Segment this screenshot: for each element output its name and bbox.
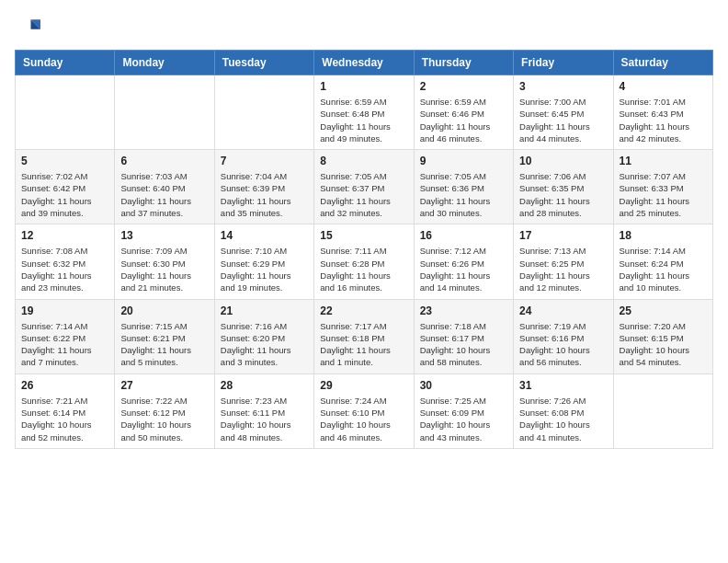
day-cell-27: 27Sunrise: 7:22 AM Sunset: 6:12 PM Dayli…	[115, 373, 214, 448]
week-row-1: 1Sunrise: 6:59 AM Sunset: 6:48 PM Daylig…	[16, 75, 713, 150]
day-cell-18: 18Sunrise: 7:14 AM Sunset: 6:24 PM Dayli…	[613, 224, 712, 299]
empty-cell	[613, 373, 712, 448]
weekday-header-sunday: Sunday	[16, 51, 115, 75]
day-info: Sunrise: 7:04 AM Sunset: 6:39 PM Dayligh…	[221, 170, 308, 219]
day-cell-23: 23Sunrise: 7:18 AM Sunset: 6:17 PM Dayli…	[414, 299, 513, 373]
day-number: 11	[620, 155, 707, 167]
day-number: 10	[519, 155, 607, 167]
page-header	[15, 15, 713, 40]
day-info: Sunrise: 7:05 AM Sunset: 6:37 PM Dayligh…	[320, 170, 407, 219]
day-info: Sunrise: 7:06 AM Sunset: 6:35 PM Dayligh…	[519, 170, 607, 219]
day-number: 29	[320, 379, 407, 392]
day-info: Sunrise: 7:26 AM Sunset: 6:08 PM Dayligh…	[519, 395, 607, 443]
week-row-5: 26Sunrise: 7:21 AM Sunset: 6:14 PM Dayli…	[16, 373, 713, 448]
weekday-header-saturday: Saturday	[613, 51, 712, 75]
day-cell-9: 9Sunrise: 7:05 AM Sunset: 6:36 PM Daylig…	[414, 150, 513, 224]
weekday-header-tuesday: Tuesday	[214, 51, 313, 75]
day-number: 6	[120, 155, 208, 167]
day-cell-28: 28Sunrise: 7:23 AM Sunset: 6:11 PM Dayli…	[214, 373, 313, 448]
day-cell-29: 29Sunrise: 7:24 AM Sunset: 6:10 PM Dayli…	[314, 373, 414, 448]
day-info: Sunrise: 7:03 AM Sunset: 6:40 PM Dayligh…	[120, 170, 208, 219]
week-row-4: 19Sunrise: 7:14 AM Sunset: 6:22 PM Dayli…	[16, 299, 713, 373]
day-number: 4	[620, 80, 707, 93]
day-number: 27	[120, 379, 208, 392]
day-cell-24: 24Sunrise: 7:19 AM Sunset: 6:16 PM Dayli…	[514, 299, 613, 373]
day-info: Sunrise: 7:22 AM Sunset: 6:12 PM Dayligh…	[120, 395, 208, 443]
day-cell-21: 21Sunrise: 7:16 AM Sunset: 6:20 PM Dayli…	[214, 299, 313, 373]
day-info: Sunrise: 7:10 AM Sunset: 6:29 PM Dayligh…	[221, 245, 308, 293]
day-cell-8: 8Sunrise: 7:05 AM Sunset: 6:37 PM Daylig…	[314, 150, 414, 224]
day-number: 20	[120, 304, 208, 317]
day-number: 9	[420, 155, 507, 167]
day-cell-6: 6Sunrise: 7:03 AM Sunset: 6:40 PM Daylig…	[115, 150, 214, 224]
empty-cell	[115, 75, 214, 150]
day-info: Sunrise: 7:14 AM Sunset: 6:24 PM Dayligh…	[620, 245, 707, 293]
day-number: 18	[620, 229, 707, 242]
day-info: Sunrise: 7:05 AM Sunset: 6:36 PM Dayligh…	[420, 170, 507, 219]
day-number: 1	[320, 80, 407, 93]
day-number: 22	[320, 304, 407, 317]
day-number: 25	[620, 304, 707, 317]
day-info: Sunrise: 7:21 AM Sunset: 6:14 PM Dayligh…	[21, 395, 108, 443]
day-number: 31	[519, 379, 607, 392]
day-number: 12	[21, 229, 108, 242]
logo-icon	[15, 15, 40, 40]
day-cell-17: 17Sunrise: 7:13 AM Sunset: 6:25 PM Dayli…	[514, 224, 613, 299]
day-info: Sunrise: 7:00 AM Sunset: 6:45 PM Dayligh…	[519, 96, 607, 144]
day-cell-19: 19Sunrise: 7:14 AM Sunset: 6:22 PM Dayli…	[16, 299, 115, 373]
day-number: 28	[221, 379, 308, 392]
day-number: 13	[120, 229, 208, 242]
day-info: Sunrise: 7:12 AM Sunset: 6:26 PM Dayligh…	[420, 245, 507, 293]
day-info: Sunrise: 7:08 AM Sunset: 6:32 PM Dayligh…	[21, 245, 108, 293]
day-info: Sunrise: 7:09 AM Sunset: 6:30 PM Dayligh…	[120, 245, 208, 293]
day-cell-15: 15Sunrise: 7:11 AM Sunset: 6:28 PM Dayli…	[314, 224, 414, 299]
day-number: 26	[21, 379, 108, 392]
day-number: 8	[320, 155, 407, 167]
empty-cell	[214, 75, 313, 150]
weekday-header-friday: Friday	[514, 51, 613, 75]
day-info: Sunrise: 7:01 AM Sunset: 6:43 PM Dayligh…	[620, 96, 707, 144]
day-number: 16	[420, 229, 507, 242]
day-number: 21	[221, 304, 308, 317]
day-cell-14: 14Sunrise: 7:10 AM Sunset: 6:29 PM Dayli…	[214, 224, 313, 299]
day-info: Sunrise: 7:20 AM Sunset: 6:15 PM Dayligh…	[620, 320, 707, 369]
day-number: 17	[519, 229, 607, 242]
weekday-header-wednesday: Wednesday	[314, 51, 414, 75]
day-number: 23	[420, 304, 507, 317]
day-number: 2	[420, 80, 507, 93]
day-number: 19	[21, 304, 108, 317]
day-info: Sunrise: 6:59 AM Sunset: 6:46 PM Dayligh…	[420, 96, 507, 144]
day-info: Sunrise: 6:59 AM Sunset: 6:48 PM Dayligh…	[320, 96, 407, 144]
week-row-3: 12Sunrise: 7:08 AM Sunset: 6:32 PM Dayli…	[16, 224, 713, 299]
day-number: 5	[21, 155, 108, 167]
weekday-header-monday: Monday	[115, 51, 214, 75]
day-number: 3	[519, 80, 607, 93]
day-number: 24	[519, 304, 607, 317]
day-info: Sunrise: 7:16 AM Sunset: 6:20 PM Dayligh…	[221, 320, 308, 369]
day-number: 15	[320, 229, 407, 242]
day-cell-26: 26Sunrise: 7:21 AM Sunset: 6:14 PM Dayli…	[16, 373, 115, 448]
day-info: Sunrise: 7:19 AM Sunset: 6:16 PM Dayligh…	[519, 320, 607, 369]
day-cell-13: 13Sunrise: 7:09 AM Sunset: 6:30 PM Dayli…	[115, 224, 214, 299]
day-info: Sunrise: 7:02 AM Sunset: 6:42 PM Dayligh…	[21, 170, 108, 219]
day-info: Sunrise: 7:25 AM Sunset: 6:09 PM Dayligh…	[420, 395, 507, 443]
day-cell-11: 11Sunrise: 7:07 AM Sunset: 6:33 PM Dayli…	[613, 150, 712, 224]
day-cell-12: 12Sunrise: 7:08 AM Sunset: 6:32 PM Dayli…	[16, 224, 115, 299]
day-info: Sunrise: 7:17 AM Sunset: 6:18 PM Dayligh…	[320, 320, 407, 369]
day-cell-3: 3Sunrise: 7:00 AM Sunset: 6:45 PM Daylig…	[514, 75, 613, 150]
day-cell-31: 31Sunrise: 7:26 AM Sunset: 6:08 PM Dayli…	[514, 373, 613, 448]
day-info: Sunrise: 7:14 AM Sunset: 6:22 PM Dayligh…	[21, 320, 108, 369]
day-cell-10: 10Sunrise: 7:06 AM Sunset: 6:35 PM Dayli…	[514, 150, 613, 224]
day-info: Sunrise: 7:23 AM Sunset: 6:11 PM Dayligh…	[221, 395, 308, 443]
day-cell-22: 22Sunrise: 7:17 AM Sunset: 6:18 PM Dayli…	[314, 299, 414, 373]
day-number: 14	[221, 229, 308, 242]
day-info: Sunrise: 7:15 AM Sunset: 6:21 PM Dayligh…	[120, 320, 208, 369]
weekday-header-thursday: Thursday	[414, 51, 513, 75]
day-cell-4: 4Sunrise: 7:01 AM Sunset: 6:43 PM Daylig…	[613, 75, 712, 150]
day-cell-2: 2Sunrise: 6:59 AM Sunset: 6:46 PM Daylig…	[414, 75, 513, 150]
week-row-2: 5Sunrise: 7:02 AM Sunset: 6:42 PM Daylig…	[16, 150, 713, 224]
day-cell-7: 7Sunrise: 7:04 AM Sunset: 6:39 PM Daylig…	[214, 150, 313, 224]
weekday-header-row: SundayMondayTuesdayWednesdayThursdayFrid…	[16, 51, 713, 75]
day-cell-20: 20Sunrise: 7:15 AM Sunset: 6:21 PM Dayli…	[115, 299, 214, 373]
day-info: Sunrise: 7:13 AM Sunset: 6:25 PM Dayligh…	[519, 245, 607, 293]
